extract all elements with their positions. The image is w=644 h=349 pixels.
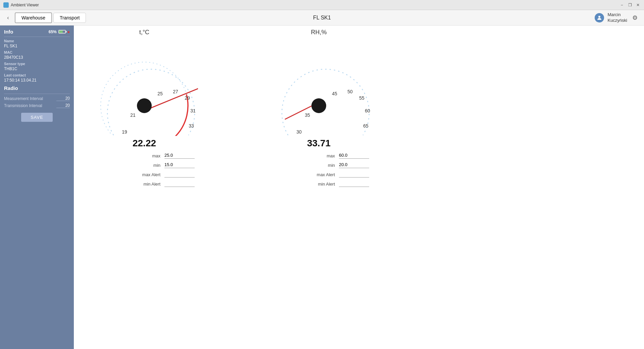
humidity-fields: max min max Alert min Alert: [268, 153, 369, 190]
save-button[interactable]: SAVE: [21, 113, 53, 122]
humidity-hub: [311, 98, 326, 113]
hum-label-60: 60: [365, 108, 370, 113]
battery-icon: [58, 30, 66, 34]
temperature-gauge-container: t,°C: [87, 29, 201, 190]
temp-label-31: 31: [190, 108, 196, 113]
temp-min-alert-row: min Alert: [94, 181, 195, 187]
measurement-interval-input[interactable]: [56, 96, 70, 101]
tab-transport[interactable]: Transport: [53, 13, 86, 23]
temp-max-alert-label: max Alert: [139, 172, 160, 177]
svg-point-0: [598, 16, 600, 18]
hum-min-label: min: [313, 163, 335, 168]
info-section-title: Info 65% ●: [4, 29, 70, 35]
temperature-max-input[interactable]: [164, 153, 195, 159]
hum-max-alert-row: max Alert: [268, 171, 369, 178]
title-bar-left: Ambient Viewer: [3, 2, 39, 8]
radio-section-title: Radio: [4, 85, 70, 91]
hum-min-row: min: [268, 162, 369, 168]
temp-max-alert-row: max Alert: [94, 171, 195, 178]
humidity-min-input[interactable]: [339, 162, 369, 168]
measurement-interval-row: Measurement Interval: [4, 96, 70, 101]
title-bar: Ambient Viewer − ❐ ✕: [0, 0, 644, 10]
temp-min-row: min: [94, 162, 195, 168]
temp-label-25: 25: [157, 91, 163, 96]
temp-label-27: 27: [173, 89, 178, 94]
temperature-value: 22.22: [133, 138, 156, 149]
gauges-row: t,°C: [87, 29, 376, 190]
hum-max-label: max: [313, 153, 335, 158]
name-row: Name FL SK1: [4, 39, 70, 48]
temp-label-33: 33: [189, 123, 194, 129]
temp-label-29: 29: [185, 95, 190, 101]
humidity-max-input[interactable]: [339, 153, 369, 159]
hum-min-alert-row: min Alert: [268, 181, 369, 187]
tab-warehouse[interactable]: Warehouse: [15, 12, 52, 23]
temp-label-35: 35: [179, 135, 184, 136]
humidity-gauge-title: RH,%: [311, 29, 327, 36]
hum-label-70: 70: [353, 135, 358, 136]
hum-label-35: 35: [305, 112, 310, 118]
nav-right: Marcin Kuczyński ⚙: [595, 12, 639, 23]
restore-button[interactable]: ❐: [627, 2, 633, 8]
hum-label-65: 65: [363, 123, 368, 129]
back-button[interactable]: ‹: [3, 13, 13, 22]
app-icon: [3, 2, 9, 8]
humidity-max-alert-input[interactable]: [339, 171, 369, 178]
last-contact-row: Last contact 17:50:14 13.04.21: [4, 73, 70, 83]
temperature-hub: [137, 98, 152, 113]
transmission-interval-input[interactable]: [56, 103, 70, 108]
user-name: Marcin Kuczyński: [607, 12, 627, 23]
temp-min-alert-label: min Alert: [139, 182, 160, 187]
temperature-gauge-svg: 15 17 19 21 23 25 27 29 31 33 35: [91, 39, 198, 136]
temp-label-19: 19: [122, 129, 127, 135]
temp-max-row: max: [94, 153, 195, 159]
hum-max-alert-label: max Alert: [313, 172, 335, 177]
hum-label-30: 30: [296, 129, 302, 135]
main: Info 65% ● Name FL SK1 MAC 2B470C13 Sens…: [0, 26, 644, 349]
battery-status: 65% ●: [49, 30, 70, 34]
transmission-interval-row: Transmission Interval: [4, 103, 70, 108]
hum-label-50: 50: [347, 89, 353, 94]
temperature-fields: max min max Alert min Alert: [94, 153, 195, 190]
title-bar-controls: − ❐ ✕: [619, 2, 641, 8]
temperature-max-alert-input[interactable]: [164, 171, 195, 178]
humidity-gauge-container: RH,% 20: [262, 29, 376, 190]
temp-min-label: min: [139, 163, 160, 168]
temperature-min-input[interactable]: [164, 162, 195, 168]
hum-min-alert-label: min Alert: [313, 182, 335, 187]
humidity-gauge-svg: 20 25 30 35 40 45 50 55 60 65 70: [265, 39, 373, 136]
mac-row: MAC 2B470C13: [4, 50, 70, 60]
page-title: FL SK1: [313, 15, 331, 21]
hum-label-55: 55: [359, 95, 364, 101]
temperature-gauge-title: t,°C: [139, 29, 149, 36]
close-button[interactable]: ✕: [635, 2, 641, 8]
minimize-button[interactable]: −: [619, 2, 625, 8]
sensor-type-row: Sensor type THB1C: [4, 62, 70, 71]
humidity-min-alert-input[interactable]: [339, 181, 369, 187]
content-area: t,°C: [74, 26, 644, 349]
temp-max-label: max: [139, 153, 160, 158]
settings-button[interactable]: ⚙: [631, 13, 639, 22]
sidebar: Info 65% ● Name FL SK1 MAC 2B470C13 Sens…: [0, 26, 74, 349]
hum-label-45: 45: [332, 91, 337, 96]
app-title: Ambient Viewer: [11, 3, 39, 7]
hum-max-row: max: [268, 153, 369, 159]
wifi-icon: ●: [67, 30, 70, 34]
user-avatar: [595, 13, 604, 22]
temp-label-21: 21: [130, 112, 136, 118]
nav-bar: ‹ Warehouse Transport FL SK1 Marcin Kucz…: [0, 10, 644, 26]
humidity-value: 33.71: [307, 138, 331, 149]
temperature-min-alert-input[interactable]: [164, 181, 195, 187]
